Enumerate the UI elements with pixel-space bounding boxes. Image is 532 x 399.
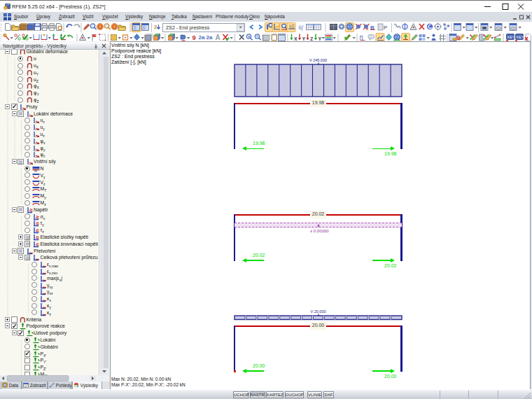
svg-text:2a: 2a [206, 34, 213, 41]
svg-text:9: 9 [192, 34, 196, 41]
svg-text:+: + [248, 34, 251, 38]
svg-text:LC: LC [290, 24, 295, 28]
svg-text:X: X [294, 36, 298, 41]
svg-text:Y: Y [318, 36, 322, 41]
svg-text:KEY: KEY [507, 35, 515, 39]
svg-text:KEY: KEY [517, 35, 524, 39]
svg-text:6f: 6f [299, 24, 304, 31]
svg-text:2a: 2a [199, 34, 205, 41]
svg-text:Z: Z [310, 36, 314, 41]
svg-text:−: − [256, 34, 259, 38]
svg-text:9: 9 [456, 34, 460, 41]
svg-text:P: P [384, 24, 388, 31]
svg-text:Π: Π [360, 35, 363, 42]
svg-text:Y: Y [302, 36, 306, 41]
svg-text:ZS2 - End prestress: ZS2 - End prestress [166, 25, 210, 31]
svg-text:A: A [216, 34, 220, 41]
